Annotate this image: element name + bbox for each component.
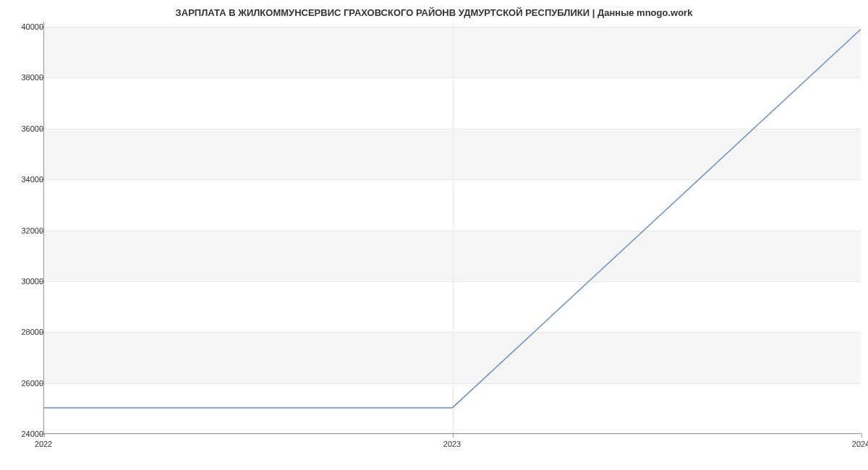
line-chart-svg bbox=[44, 22, 861, 433]
plot-area bbox=[43, 22, 861, 434]
chart-container: 202220232024 bbox=[43, 22, 861, 448]
y-axis-label: 36000 bbox=[7, 124, 43, 133]
y-axis-label: 34000 bbox=[7, 175, 43, 184]
y-axis-label: 24000 bbox=[7, 430, 43, 438]
y-axis-label: 30000 bbox=[7, 277, 43, 286]
y-axis-label: 28000 bbox=[7, 328, 43, 336]
x-axis-label: 2024 bbox=[852, 440, 868, 448]
x-axis-tick bbox=[453, 433, 454, 437]
y-axis-label: 40000 bbox=[7, 22, 43, 31]
x-axis-label: 2022 bbox=[35, 440, 52, 448]
chart-title: ЗАРПЛАТА В ЖИЛКОММУНСЕРВИС ГРАХОВСКОГО Р… bbox=[0, 0, 868, 22]
x-axis-tick bbox=[44, 433, 45, 437]
y-axis-label: 38000 bbox=[7, 73, 43, 82]
x-axis-label: 2023 bbox=[443, 440, 461, 448]
y-axis-label: 32000 bbox=[7, 226, 43, 235]
y-axis-label: 26000 bbox=[7, 379, 43, 388]
x-axis-tick bbox=[861, 433, 862, 437]
